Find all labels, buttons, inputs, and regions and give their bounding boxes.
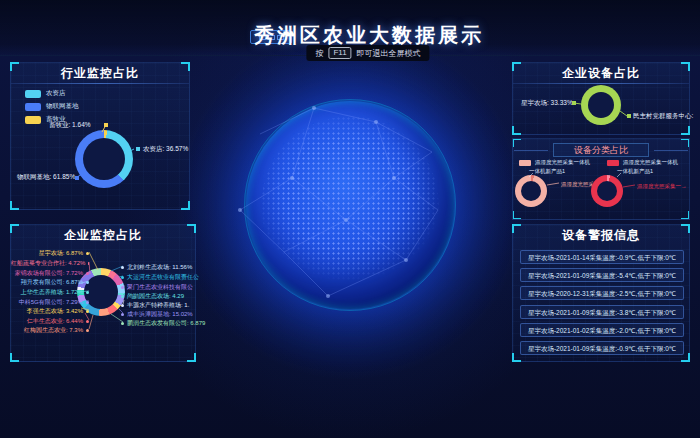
legend-swatch	[25, 90, 41, 98]
panel-title: 企业设备占比	[513, 63, 689, 83]
hint-suffix: 即可退出全屏模式	[357, 48, 421, 59]
globe-network-mesh	[218, 82, 482, 346]
chart-label: 大运河生态牧业有限责任公	[121, 273, 199, 282]
divider	[11, 83, 189, 84]
industry-donut-chart	[75, 130, 133, 188]
callout-dot	[75, 176, 79, 180]
callout-iot: 物联网基地: 61.85%	[17, 173, 75, 182]
callout-livestock: 畜牧业: 1.64%	[49, 121, 91, 130]
callout-store: 农资店: 36.57%	[143, 145, 188, 154]
legend-item[interactable]: 农资店	[25, 89, 79, 98]
callout-device-right: 温湿度光照采集一→	[637, 183, 687, 190]
panel-equipment-ratio: 企业设备占比 星宇农场: 33.33% 民主村党群服务中心:	[512, 62, 690, 135]
chart-label: 鹏润生态农发有限公司: 6.879	[121, 319, 205, 328]
chart-label: 李强生态农场: 3.42%	[11, 307, 89, 316]
chart-label: 成丰浜潭园基地: 15.02%	[121, 310, 193, 319]
divider	[513, 83, 689, 84]
callout-dot	[572, 101, 576, 105]
legend-label: 物联网基地	[46, 102, 79, 111]
chart-label: 家锦农场有限公司: 7.72%	[11, 269, 89, 278]
callout-service-center: 民主村党群服务中心:	[633, 112, 693, 121]
callout-dot	[627, 114, 631, 118]
panel-title: 设备警报信息	[513, 225, 689, 245]
chart-label: 仁丰生态农业: 6.44%	[11, 317, 89, 326]
alarm-row[interactable]: 星宇农场-2021-01-14采集温度:-0.9℃,低于下限:0℃	[520, 250, 684, 264]
alarm-row[interactable]: 星宇农场-2021-01-02采集温度:-2.0℃,低于下限:0℃	[520, 323, 684, 337]
callout-dot	[104, 123, 108, 127]
chart-label: 翔升发有限公司: 6.87%	[11, 278, 89, 287]
panel-title: 设备分类占比	[553, 143, 649, 157]
legend-swatch	[25, 116, 41, 124]
equipment-donut-chart	[581, 85, 621, 125]
legend-item[interactable]: 物联网基地	[25, 102, 79, 111]
callout-new-product: 一体机新产品1	[617, 168, 653, 175]
device-donut-left	[515, 175, 547, 207]
chart-label: 北刘粮生态农场: 11.56%	[121, 263, 192, 272]
alarm-row[interactable]: 星宇农场-2021-01-09采集温度:-0.9℃,低于下限:0℃	[520, 341, 684, 355]
device-legend-right[interactable]: 温湿度光照采集一体机	[607, 159, 678, 166]
panel-device-classification: 设备分类占比 温湿度光照采集一体机 一体机新产品1 温湿度光照采集一→ 温湿度光…	[512, 138, 690, 220]
alarm-row[interactable]: 星宇农场-2021-01-09采集温度:-3.8℃,低于下限:0℃	[520, 305, 684, 319]
alarm-row[interactable]: 星宇农场-2020-12-31采集温度:-2.5℃,低于下限:0℃	[520, 286, 684, 300]
alarm-row[interactable]: 星宇农场-2021-01-09采集温度:-5.4℃,低于下限:0℃	[520, 268, 684, 282]
device-legend-left[interactable]: 温湿度光照采集一体机	[519, 159, 590, 166]
panel-title: 企业监控占比	[11, 225, 195, 245]
hint-prefix: 按	[315, 48, 323, 59]
chart-label: 红船蔬菜专业合作社: 4.72%	[11, 259, 89, 268]
device-donut-right	[591, 175, 623, 207]
callout-xingyu-farm: 星宇农场: 33.33%	[521, 99, 573, 108]
chart-label: 星宇农场: 6.87%	[11, 249, 89, 258]
chart-label: 红梅园生态农业: 7.3%	[11, 326, 89, 335]
chart-label: 鸬鹚园生态农场: 4.29	[121, 292, 184, 301]
panel-industry-monitor: 行业监控占比 农资店 物联网基地 畜牧业 畜牧业: 1.64%	[10, 62, 190, 210]
industry-legend: 农资店 物联网基地 畜牧业	[25, 89, 79, 124]
legend-label: 农资店	[46, 89, 66, 98]
panel-enterprise-monitor: 企业监控占比 星宇农场	[10, 224, 196, 362]
legend-swatch	[25, 103, 41, 111]
panel-alarm-info: 设备警报信息 星宇农场-2021-01-14采集温度:-0.9℃,低于下限:0℃…	[512, 224, 690, 362]
chart-label: 中科5G有限公司: 7.29%	[11, 298, 89, 307]
f11-key-badge: F11	[328, 47, 351, 59]
panel-title: 行业监控占比	[11, 63, 189, 83]
chart-label: 丰源水产特种养殖场: 1.	[121, 301, 189, 310]
fullscreen-hint: 按 F11 即可退出全屏模式	[306, 45, 429, 61]
chart-label: 聚门生态农业科技有限公	[121, 283, 193, 292]
dashboard-stage: 秀洲区农业大数据展示 按 F11 即可退出全屏模式 行业监控占比 农资店 物联网…	[0, 0, 700, 438]
callout-new-product: 一体机新产品1	[529, 168, 565, 175]
chart-label: 上华生态养殖场: 1.72%	[11, 288, 89, 297]
callout-dot	[136, 147, 140, 151]
